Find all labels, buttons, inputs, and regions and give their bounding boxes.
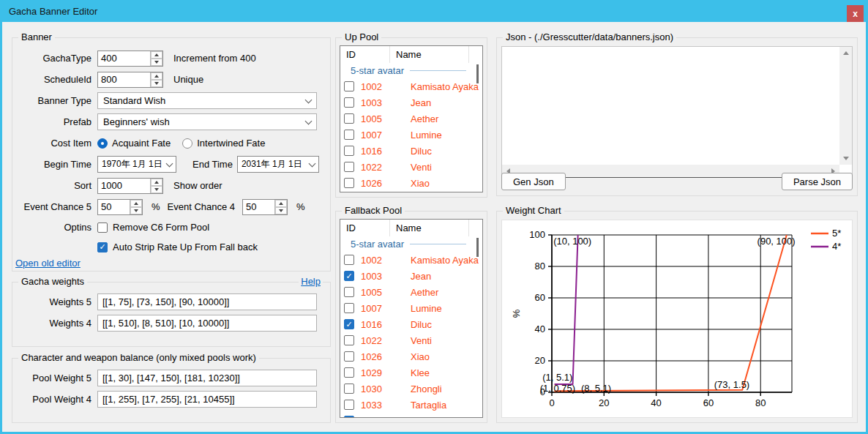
svg-text:40: 40: [535, 323, 545, 334]
spin-down-icon[interactable]: [151, 186, 162, 193]
gachatype-spinner[interactable]: 400: [97, 50, 163, 67]
intertwined-fate-radio[interactable]: [182, 138, 192, 149]
row-checkbox[interactable]: [344, 416, 354, 418]
intertwined-fate-label[interactable]: Intertwined Fate: [197, 138, 265, 149]
event-chance-5-value[interactable]: 50: [98, 200, 130, 214]
auto-strip-label[interactable]: Auto Strip Rate Up From Fall back: [113, 242, 258, 252]
sort-spinner[interactable]: 1000: [97, 178, 163, 194]
column-name[interactable]: Name: [390, 220, 469, 236]
list-item[interactable]: 1029Klee: [340, 364, 482, 381]
column-id[interactable]: ID: [340, 46, 390, 63]
row-checkbox[interactable]: [344, 271, 354, 281]
spin-up-icon[interactable]: [130, 200, 142, 207]
list-item[interactable]: 1003Jean: [340, 94, 482, 111]
spin-up-icon[interactable]: [151, 51, 162, 59]
weights-5-input[interactable]: [[1, 75], [73, 150], [90, 10000]]: [97, 293, 317, 310]
list-item[interactable]: 1022Venti: [340, 159, 482, 175]
list-item[interactable]: 1002Kamisato Ayaka: [340, 78, 482, 94]
list-item[interactable]: 1003Jean: [340, 268, 482, 284]
scheduleid-spinner[interactable]: 800: [97, 72, 163, 88]
item-name: Diluc: [411, 319, 432, 330]
row-checkbox[interactable]: [344, 400, 354, 410]
list-item[interactable]: 1007Lumine: [340, 300, 482, 316]
scroll-up-icon[interactable]: [839, 47, 852, 59]
scrollbar-thumb[interactable]: [476, 64, 479, 83]
open-old-editor-link[interactable]: Open old editor: [15, 258, 81, 269]
spin-up-icon[interactable]: [151, 179, 162, 186]
pool-weight-5-input[interactable]: [[1, 30], [147, 150], [181, 10230]]: [97, 370, 317, 386]
list-header: ID Name: [340, 46, 482, 63]
row-checkbox[interactable]: [344, 97, 354, 108]
row-checkbox[interactable]: [344, 335, 354, 345]
spin-up-icon[interactable]: [151, 72, 162, 80]
remove-c6-checkbox[interactable]: [97, 222, 108, 233]
parse-json-button[interactable]: Parse Json: [782, 173, 853, 190]
list-item[interactable]: 1033Tartaglia: [340, 397, 482, 413]
spin-down-icon[interactable]: [151, 59, 162, 66]
column-name[interactable]: Name: [390, 46, 469, 63]
item-name: Lumine: [411, 130, 442, 141]
spin-down-icon[interactable]: [275, 207, 287, 214]
row-checkbox[interactable]: [344, 287, 354, 297]
end-time-picker[interactable]: 2031年 1月 1日: [237, 156, 319, 173]
remove-c6-label[interactable]: Remove C6 Form Pool: [113, 222, 209, 233]
svg-text:(8, 5.1): (8, 5.1): [581, 383, 611, 394]
titlebar[interactable]: Gacha Banner Editor: [0, 0, 868, 22]
row-checkbox[interactable]: [344, 303, 354, 313]
acquaint-fate-label[interactable]: Acquaint Fate: [112, 138, 171, 149]
list-item[interactable]: 1016Diluc: [340, 316, 482, 332]
row-checkbox[interactable]: [344, 146, 354, 156]
vertical-scrollbar[interactable]: [839, 47, 852, 165]
item-id: 1030: [361, 384, 396, 394]
event-chance-5-spinner[interactable]: 50: [97, 199, 143, 215]
list-item[interactable]: 1030Zhongli: [340, 381, 482, 397]
event-chance-4-spinner[interactable]: 50: [242, 199, 288, 215]
list-item[interactable]: 1022Venti: [340, 332, 482, 348]
close-button[interactable]: x: [847, 5, 864, 22]
begin-time-picker[interactable]: 1970年 1月 1日: [97, 156, 176, 173]
list-item[interactable]: 1007Lumine: [340, 127, 482, 143]
list-item[interactable]: 1005Aether: [340, 284, 482, 300]
auto-strip-checkbox[interactable]: [97, 242, 108, 252]
row-checkbox[interactable]: [344, 178, 354, 188]
row-checkbox[interactable]: [344, 113, 354, 124]
spin-down-icon[interactable]: [151, 80, 162, 87]
row-checkbox[interactable]: [344, 367, 354, 378]
banner-type-select[interactable]: Standard Wish: [97, 92, 317, 109]
list-item[interactable]: 1002Kamisato Ayaka: [340, 252, 482, 268]
row-checkbox[interactable]: [344, 162, 354, 172]
prefab-select[interactable]: Beginners' wish: [97, 113, 317, 130]
svg-text:20: 20: [535, 355, 545, 366]
up-pool-list[interactable]: ID Name 5-star avatar 1002Kamisato Ayaka…: [340, 45, 483, 192]
list-item[interactable]: 1005Aether: [340, 111, 482, 127]
scheduleid-value[interactable]: 800: [98, 72, 150, 87]
acquaint-fate-radio[interactable]: [97, 138, 108, 149]
list-item[interactable]: 1016Diluc: [340, 143, 482, 159]
list-item[interactable]: 1026Xiao: [340, 348, 482, 364]
sort-value[interactable]: 1000: [98, 179, 150, 193]
event-chance-4-value[interactable]: 50: [243, 200, 274, 214]
pool-weight-4-input[interactable]: [[1, 255], [17, 255], [21, 10455]]: [97, 391, 317, 408]
list-item[interactable]: 1026Xiao: [340, 175, 482, 191]
item-name: Qiqi: [411, 416, 427, 419]
weights-4-input[interactable]: [[1, 510], [8, 510], [10, 10000]]: [97, 315, 317, 332]
row-checkbox[interactable]: [344, 130, 354, 140]
fallback-pool-list[interactable]: ID Name 5-star avatar 1002Kamisato Ayaka…: [340, 219, 483, 418]
row-checkbox[interactable]: [344, 351, 354, 362]
gen-json-button[interactable]: Gen Json: [501, 173, 566, 190]
item-name: Jean: [411, 271, 431, 282]
scroll-down-icon[interactable]: [839, 152, 852, 165]
list-item[interactable]: 1035Qiqi: [340, 413, 482, 418]
column-id[interactable]: ID: [340, 220, 390, 236]
row-checkbox[interactable]: [344, 255, 354, 265]
item-name: Klee: [411, 367, 430, 378]
help-link[interactable]: Help: [299, 276, 323, 287]
row-checkbox[interactable]: [344, 81, 354, 91]
row-checkbox[interactable]: [344, 384, 354, 394]
gachatype-value[interactable]: 400: [98, 51, 150, 66]
spin-up-icon[interactable]: [275, 200, 287, 207]
row-checkbox[interactable]: [344, 319, 354, 329]
spin-down-icon[interactable]: [130, 207, 142, 214]
json-textarea[interactable]: [502, 47, 839, 165]
scrollbar-thumb[interactable]: [476, 238, 479, 257]
